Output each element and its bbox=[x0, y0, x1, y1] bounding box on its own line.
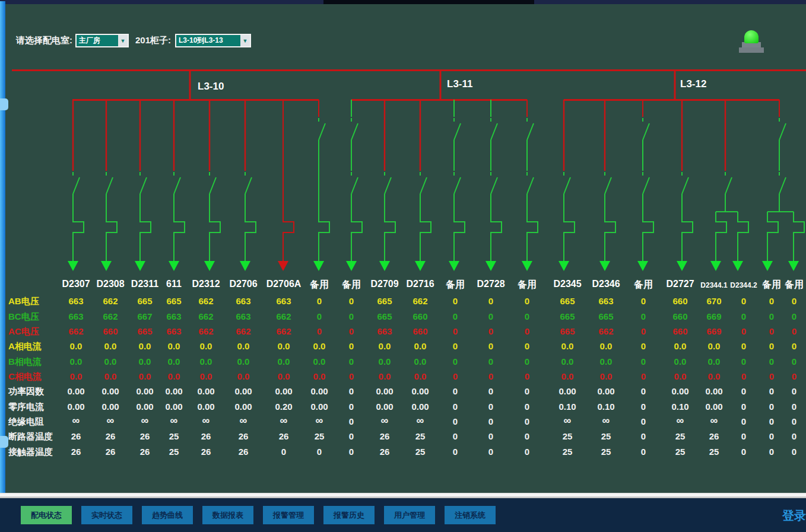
row-label: AB电压 bbox=[8, 296, 39, 307]
value-cell: 0.00 bbox=[136, 402, 153, 412]
value-cell: 665 bbox=[560, 326, 575, 336]
value-cell: 0.0 bbox=[313, 341, 326, 351]
value-cell: 0.0 bbox=[70, 356, 82, 367]
value-cell: 0 bbox=[792, 296, 797, 306]
value-cell: 662 bbox=[598, 326, 613, 336]
diagram-path bbox=[283, 100, 294, 261]
diagram-path bbox=[643, 194, 653, 261]
value-cell: 0.00 bbox=[275, 386, 292, 396]
value-cell: 25 bbox=[415, 447, 426, 457]
value-cell: 660 bbox=[412, 326, 427, 336]
value-cell: 0 bbox=[488, 326, 493, 336]
diagram-line bbox=[319, 123, 325, 140]
diagram-path bbox=[210, 194, 220, 261]
value-cell: 0.0 bbox=[278, 341, 290, 351]
value-cell: 665 bbox=[560, 311, 575, 321]
arrow-down-icon bbox=[204, 261, 215, 271]
nav-button-3[interactable]: 趋势曲线 bbox=[142, 506, 193, 524]
diagram-path bbox=[767, 212, 778, 261]
value-cell: ∞ bbox=[107, 416, 115, 425]
value-cell: 0.00 bbox=[671, 386, 688, 396]
feeder-name-label: D2345 bbox=[553, 279, 581, 289]
value-cell: 0 bbox=[641, 447, 646, 457]
diagram-line bbox=[174, 177, 180, 194]
value-cell: 0 bbox=[792, 402, 797, 412]
value-cell: 25 bbox=[169, 431, 179, 441]
feeder-name-label: 备用 bbox=[310, 279, 329, 291]
diagram-line bbox=[779, 177, 786, 194]
nav-button-6[interactable]: 报警历史 bbox=[323, 506, 375, 524]
value-cell: 0 bbox=[525, 356, 529, 367]
feeder-name-label: 备用 bbox=[446, 279, 465, 291]
value-cell: 0 bbox=[349, 311, 354, 321]
value-cell: 0 bbox=[525, 371, 529, 381]
value-cell: 663 bbox=[236, 311, 250, 321]
nav-button-1[interactable]: 配电状态 bbox=[21, 506, 72, 524]
value-cell: 660 bbox=[672, 326, 687, 336]
diagram-path bbox=[794, 212, 804, 261]
value-cell: 0.00 bbox=[705, 386, 722, 396]
value-cell: 0 bbox=[641, 402, 646, 412]
value-cell: 25 bbox=[601, 447, 611, 457]
left-tab-handle[interactable] bbox=[0, 436, 8, 448]
row-label: BC电压 bbox=[8, 311, 39, 323]
value-cell: 25 bbox=[415, 431, 426, 441]
footer-divider bbox=[0, 493, 806, 498]
value-cell: 0.0 bbox=[708, 371, 721, 381]
value-cell: 0 bbox=[317, 296, 322, 306]
value-cell: 26 bbox=[140, 431, 150, 441]
value-cell: 0.0 bbox=[104, 356, 117, 367]
value-cell: 0 bbox=[741, 447, 746, 457]
value-cell: 0 bbox=[349, 371, 354, 381]
nav-button-2[interactable]: 实时状态 bbox=[81, 506, 132, 524]
value-cell: 0.0 bbox=[561, 341, 574, 351]
value-cell: 0 bbox=[488, 311, 493, 321]
nav-button-5[interactable]: 报警管理 bbox=[263, 506, 314, 524]
value-cell: ∞ bbox=[72, 416, 80, 425]
diagram-line bbox=[527, 123, 534, 140]
value-cell: 0.00 bbox=[376, 402, 393, 412]
diagram-line bbox=[245, 177, 252, 194]
feeder-name-label: D2716 bbox=[406, 279, 434, 289]
feeder-name-label: D2346 bbox=[592, 279, 620, 289]
value-cell: 0 bbox=[525, 447, 529, 457]
left-tab-handle[interactable] bbox=[0, 98, 8, 110]
value-cell: 0 bbox=[453, 356, 458, 367]
value-cell: 665 bbox=[377, 311, 392, 321]
bus-section-label: L3-11 bbox=[447, 78, 472, 90]
bus-section-label: L3-10 bbox=[198, 81, 224, 93]
value-cell: 0 bbox=[741, 416, 746, 426]
arrow-down-icon bbox=[68, 261, 78, 271]
value-cell: 0.0 bbox=[674, 371, 687, 381]
value-cell: 663 bbox=[377, 326, 392, 336]
value-cell: 26 bbox=[71, 447, 81, 457]
diagram-line bbox=[454, 123, 461, 140]
value-cell: 662 bbox=[276, 311, 291, 321]
nav-button-7[interactable]: 用户管理 bbox=[384, 506, 435, 524]
value-cell: 0.0 bbox=[139, 341, 151, 351]
value-cell: 0 bbox=[769, 416, 774, 426]
row-label: A相电流 bbox=[8, 341, 42, 352]
arrow-down-icon bbox=[788, 261, 799, 271]
value-cell: 0 bbox=[525, 386, 529, 396]
value-cell: 0.00 bbox=[101, 386, 119, 396]
nav-button-8[interactable]: 注销系统 bbox=[445, 506, 496, 524]
value-cell: 0 bbox=[741, 402, 746, 412]
value-cell: 0 bbox=[488, 416, 493, 426]
value-cell: 0.00 bbox=[597, 386, 614, 396]
value-cell: ∞ bbox=[417, 416, 424, 425]
nav-button-4[interactable]: 数据报表 bbox=[202, 506, 253, 524]
arrow-down-icon bbox=[346, 261, 357, 271]
diagram-line bbox=[420, 177, 427, 194]
value-cell: 662 bbox=[276, 326, 291, 336]
arrow-down-icon bbox=[710, 261, 721, 271]
login-link[interactable]: 登录 bbox=[782, 508, 806, 524]
diagram-line bbox=[779, 123, 786, 140]
value-cell: 0 bbox=[792, 371, 797, 381]
left-scroll-bar[interactable] bbox=[0, 1, 5, 532]
value-cell: 0.00 bbox=[705, 402, 722, 412]
value-cell: 0.0 bbox=[200, 356, 212, 367]
value-cell: 0.00 bbox=[310, 402, 328, 412]
diagram-line bbox=[140, 177, 147, 194]
value-cell: 0.00 bbox=[376, 386, 393, 396]
